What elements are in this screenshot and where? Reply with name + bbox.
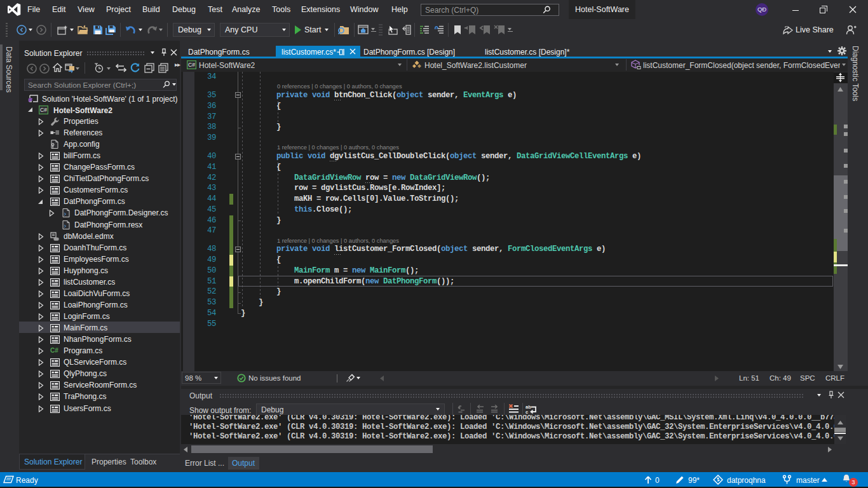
svg-text:C#: C# — [188, 62, 195, 68]
svg-text:c: c — [526, 409, 528, 415]
svg-text:C#: C# — [40, 107, 47, 113]
svg-text:C#: C# — [50, 347, 58, 354]
